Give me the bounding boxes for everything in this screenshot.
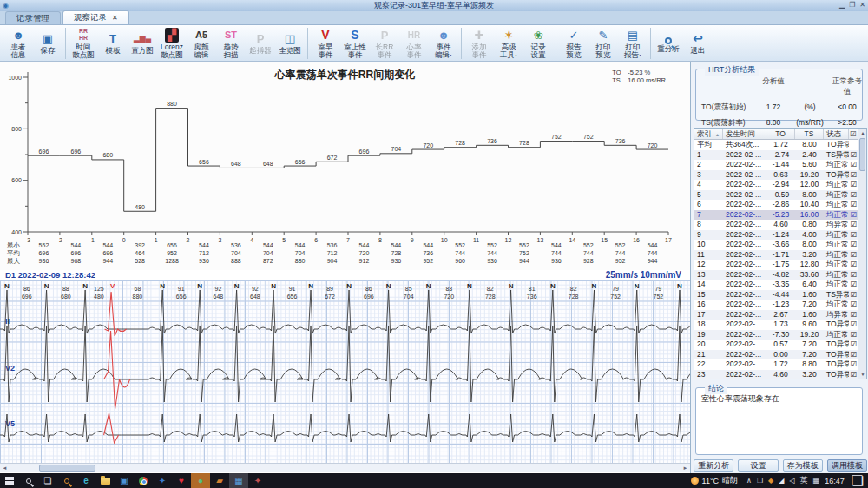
histogram-button[interactable]: ▂▆▄直方图 [128,26,157,61]
lorenz-scatter-button[interactable]: ▞Lorenz 散点图 [157,26,187,61]
table-row[interactable]: 142022-02-...-3.356.40均正常☑ [694,280,866,290]
advanced-tools-button[interactable]: ✶高级 工具· [494,26,523,61]
scrollbar-thumb[interactable] [859,138,865,171]
col-ts[interactable]: TS [795,129,824,139]
table-row[interactable]: 212022-02-...0.007.20TO异常☑ [694,350,866,360]
table-row[interactable]: 72022-02-...-5.2316.00均正常☑ [694,210,866,221]
notification-center-icon[interactable]: ❏ [852,472,864,488]
scroll-down-icon[interactable]: ▼ [858,370,867,379]
scroll-left-icon[interactable]: ◄ [0,464,10,472]
table-row[interactable]: 92022-02-...-1.244.00均正常☑ [694,230,866,241]
load-template-button[interactable]: 调用模板 [827,459,867,472]
table-row[interactable]: 32022-02-...0.6319.20TO异常☑ [694,170,866,181]
col-time[interactable]: 发生时间 [723,129,766,139]
cell-status: 均正常 [824,280,849,290]
template-button[interactable]: T模板 [98,26,128,61]
ecg-waveform-canvas: NNNVNNNNNNNNNNNNNN8669688680125480688809… [0,280,690,463]
table-row[interactable]: 42022-02-...-2.9412.00均正常☑ [694,180,866,190]
col-to[interactable]: TO [766,129,795,139]
cell-status: 均正常 [824,330,849,340]
print-preview-button[interactable]: ✎打印 预览 [589,26,618,61]
table-row[interactable]: 222022-02-...1.728.80TO异常☑ [694,359,866,370]
table-row[interactable]: 152022-02-...-4.441.60TS异常☑ [694,290,866,300]
photos-icon[interactable]: ▣ [115,473,134,488]
patient-info-button[interactable]: ☻患者 信息 [3,26,33,61]
table-row[interactable]: 132022-02-...-4.8233.60均正常☑ [694,270,866,280]
tab-observe-record[interactable]: 观察记录 ✕ [62,10,129,24]
tray-app-icon[interactable]: ❒ [757,477,763,485]
cell-to: 4.60 [766,220,795,230]
table-row[interactable]: 122022-02-...-1.7512.80均正常☑ [694,260,866,270]
col-index[interactable]: 索引▲ [694,129,723,139]
restore-icon[interactable]: ❐ [849,1,855,9]
table-row[interactable]: 112022-02-...-1.713.20均正常☑ [694,250,866,260]
record-settings-button[interactable]: ❀记录 设置 [523,26,553,61]
table-row[interactable]: 232022-02-...4.603.20TO异常☑ [694,370,866,380]
orange-app-icon[interactable]: ▰ [210,473,229,488]
search-orange-icon[interactable] [57,473,76,488]
ime-indicator[interactable]: 英 [800,475,808,486]
taskbar-clock[interactable]: 16:47 [825,477,845,485]
grid-app-icon[interactable]: ▦ [229,473,248,488]
save-as-template-button[interactable]: 存为模板 [783,459,823,472]
weather-widget[interactable]: 11°C晴朗 [691,475,738,486]
security-shield-icon[interactable]: ◆ [768,477,773,485]
table-row[interactable]: 52022-02-...-0.598.00均正常☑ [694,190,866,201]
afib-edit-button[interactable]: A5房颤 编辑 [187,26,216,61]
table-row[interactable]: 192022-02-...-7.3019.20均正常☑ [694,330,866,340]
search-icon[interactable] [19,473,38,488]
event-edit-button[interactable]: ☻事件 编辑· [429,26,458,61]
chrome-icon[interactable] [134,473,153,488]
table-row[interactable]: 82022-02-...4.600.80均异常☑ [694,220,866,230]
overview-map-button[interactable]: ◫全览图 [275,26,305,61]
table-row[interactable]: 62022-02-...-2.8610.40均正常☑ [694,200,866,210]
reanalyze-button[interactable]: 重分析 [654,26,683,61]
scroll-up-icon[interactable]: ▲ [858,129,867,137]
table-row[interactable]: 12022-02-...-2.742.40TS异常☑ [694,150,866,161]
svg-text:2: 2 [187,237,190,243]
table-row[interactable]: 202022-02-...0.577.20TO异常☑ [694,340,866,350]
tab-record-management[interactable]: 记录管理 [5,11,61,24]
purple-app-icon[interactable]: ✦ [248,473,267,488]
sve-events-button[interactable]: S室上性 事件 [340,26,370,61]
svg-text:-2: -2 [57,237,62,243]
ecg-horizontal-scrollbar[interactable]: ◄ ► [0,463,690,472]
minimize-icon[interactable]: ▁ [839,1,845,9]
scrollbar-thumb[interactable] [39,465,95,472]
scroll-right-icon[interactable]: ► [681,464,690,472]
task-view-icon[interactable]: ❏ [38,473,57,488]
close-icon[interactable]: ✕ [859,1,865,9]
table-row[interactable]: 182022-02-...1.739.60TO异常☑ [694,320,866,330]
reanalyze-bottom-button[interactable]: 重新分析 [694,459,733,472]
svg-text:656: 656 [167,242,177,248]
table-vertical-scrollbar[interactable]: ▲ ▼ [858,129,866,379]
settings-button[interactable]: 设置 [738,459,778,472]
save-button[interactable]: ▣保存 [33,26,62,61]
print-report-button[interactable]: ▤打印 报告· [618,26,648,61]
ecg-app-active-icon[interactable]: ● [191,473,210,488]
time-scatter-button[interactable]: RR HR时间 散点图 [69,26,98,61]
add-event-button: ✚添加 事件 [464,26,494,61]
table-row[interactable]: 162022-02-...-1.237.20均正常☑ [694,300,866,310]
trend-scan-button[interactable]: ST趋势 扫描 [216,26,246,61]
summary-row[interactable]: 平均共364次...1.728.00TO异常 [694,140,866,150]
network-icon[interactable]: ◢ [779,477,784,485]
exit-button[interactable]: ↩退出 [683,26,713,61]
col-status[interactable]: 状态 [824,129,849,139]
tab-close-icon[interactable]: ✕ [112,14,118,22]
pvc-events-button[interactable]: V室早 事件 [311,26,340,61]
edge-icon[interactable]: e [76,473,95,488]
blue-app-icon[interactable]: ✦ [153,473,172,488]
table-row[interactable]: 102022-02-...-3.668.00均正常☑ [694,240,866,250]
touch-keyboard-icon[interactable]: ▦ [813,477,820,485]
tray-chevron-icon[interactable]: ∧ [746,477,752,485]
health-app-icon[interactable]: ♥ [172,473,191,488]
report-preview-button[interactable]: ✓报告 预览 [559,26,589,61]
table-row[interactable]: 172022-02-...2.671.60均异常☑ [694,310,866,320]
svg-text:656: 656 [295,159,306,165]
start-icon[interactable] [0,473,19,488]
file-explorer-icon[interactable] [95,473,115,488]
table-row[interactable]: 22022-02-...-1.445.60均正常☑ [694,160,866,170]
svg-text:552: 552 [583,242,594,248]
volume-icon[interactable]: ◁ [789,477,794,485]
